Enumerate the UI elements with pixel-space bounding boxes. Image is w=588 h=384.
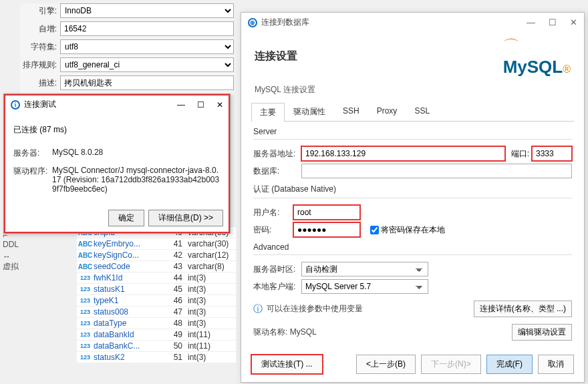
- password-input[interactable]: [293, 222, 360, 237]
- autoincrement-input[interactable]: [60, 21, 234, 36]
- maximize-icon[interactable]: ☐: [197, 100, 204, 110]
- mysql-logo: ⌒ MySQL®: [503, 35, 571, 77]
- server-label: 服务器:: [13, 148, 52, 159]
- table-row[interactable]: 123dataBankC...50int(11): [77, 341, 236, 352]
- table-row[interactable]: 123fwhK1Id44int(3): [77, 272, 236, 284]
- tab-驱动属性[interactable]: 驱动属性: [285, 102, 334, 121]
- table-row[interactable]: 123status00847int(3): [77, 307, 236, 318]
- column-name: dataBankC...: [94, 341, 166, 351]
- minimize-icon[interactable]: —: [177, 100, 185, 110]
- column-ordinal: 49: [166, 330, 188, 339]
- table-row[interactable]: ABCkeyEmbryo...41varchar(30): [77, 238, 236, 250]
- details-button[interactable]: 详细信息(D) >>: [148, 210, 223, 226]
- timezone-label: 服务器时区:: [253, 264, 301, 275]
- advanced-legend: Advanced: [253, 242, 572, 252]
- next-button[interactable]: 下一步(N)>: [421, 355, 481, 374]
- column-ordinal: 51: [166, 353, 188, 362]
- description-input[interactable]: [60, 75, 234, 90]
- column-name: keyEmbryo...: [94, 239, 166, 248]
- database-input[interactable]: [301, 164, 572, 178]
- column-type: varchar(30): [188, 239, 236, 248]
- port-input[interactable]: [532, 146, 572, 161]
- table-row[interactable]: ABCseedCode43varchar(8): [77, 261, 236, 272]
- port-label: 端口:: [505, 148, 532, 160]
- column-name: seedCode: [94, 262, 166, 271]
- table-row[interactable]: ABCkeySignCo...42varchar(12): [77, 250, 236, 261]
- type-icon: 123: [77, 343, 94, 349]
- column-ordinal: 47: [166, 307, 188, 317]
- app-icon: ⊕: [248, 18, 257, 27]
- column-type: int(3): [188, 273, 236, 282]
- driver-label: 驱动程序:: [13, 166, 52, 194]
- autoincrement-label: 自增:: [20, 23, 60, 35]
- client-label: 本地客户端:: [253, 281, 301, 293]
- charset-label: 字符集:: [20, 41, 60, 53]
- info-text: 可以在连接参数中使用变量: [267, 303, 474, 315]
- sidebar-virtual[interactable]: ↔ 虚拟: [1, 250, 20, 274]
- column-type: int(3): [188, 319, 236, 328]
- type-icon: 123: [77, 320, 94, 327]
- page-subtitle: MySQL 连接设置: [241, 84, 584, 95]
- user-label: 用户名:: [253, 207, 293, 218]
- tab-主要[interactable]: 主要: [251, 103, 285, 122]
- connected-status: 已连接 (87 ms): [13, 124, 67, 136]
- finish-button[interactable]: 完成(F): [486, 355, 533, 374]
- test-connection-button[interactable]: 测试连接(T) ...: [251, 355, 323, 374]
- page-title: 连接设置: [255, 49, 297, 63]
- connection-test-dialog: i 连接测试 — ☐ ✕ 已连接 (87 ms) 服务器: MySQL 8.0.…: [3, 93, 231, 234]
- tab-ssl[interactable]: SSL: [406, 102, 438, 121]
- collation-select[interactable]: utf8_general_ci: [60, 57, 234, 72]
- edit-driver-button[interactable]: 编辑驱动设置: [512, 324, 572, 341]
- close-icon[interactable]: ✕: [570, 17, 577, 27]
- tab-ssh[interactable]: SSH: [334, 102, 368, 121]
- cancel-button[interactable]: 取消: [538, 355, 574, 374]
- column-name: statusK2: [94, 353, 166, 362]
- table-row[interactable]: 123dataType48int(3): [77, 318, 236, 329]
- column-type: int(3): [188, 296, 236, 305]
- password-label: 密码:: [253, 224, 293, 236]
- column-type: int(3): [188, 307, 236, 317]
- timezone-select[interactable]: 自动检测: [301, 262, 428, 276]
- tab-proxy[interactable]: Proxy: [368, 102, 406, 121]
- charset-select[interactable]: utf8: [60, 39, 234, 54]
- table-row[interactable]: 123typeK146int(3): [77, 295, 236, 307]
- close-icon[interactable]: ✕: [216, 100, 223, 110]
- save-password-checkbox[interactable]: 将密码保存在本地: [370, 224, 445, 236]
- column-ordinal: 48: [166, 319, 188, 328]
- columns-table: ABCchipId40varchar(30)ABCkeyEmbryo...41v…: [77, 227, 236, 363]
- client-select[interactable]: MySQL Server 5.7: [301, 279, 428, 294]
- column-type: varchar(12): [188, 250, 236, 260]
- user-input[interactable]: [293, 205, 360, 220]
- engine-select[interactable]: InnoDB: [60, 3, 234, 18]
- connection-settings-dialog: ⊕ 连接到数据库 — ☐ ✕ 连接设置 ⌒ MySQL® MySQL 连接设置 …: [241, 12, 585, 383]
- type-icon: 123: [77, 286, 94, 293]
- dialog-title: 连接测试: [24, 99, 177, 110]
- column-type: int(11): [188, 341, 236, 351]
- ok-button[interactable]: 确定: [108, 210, 144, 226]
- tabs: 主要驱动属性SSHProxySSL: [251, 102, 574, 122]
- maximize-icon[interactable]: ☐: [549, 17, 557, 27]
- back-button[interactable]: <上一步(B): [356, 355, 416, 374]
- column-ordinal: 41: [166, 239, 188, 248]
- column-type: int(3): [188, 353, 236, 362]
- info-icon: i: [11, 100, 20, 110]
- connection-details-button[interactable]: 连接详情(名称、类型 ...): [474, 301, 572, 317]
- engine-label: 引擎:: [20, 5, 60, 17]
- type-icon: 123: [77, 274, 94, 281]
- host-input[interactable]: [301, 146, 505, 161]
- type-icon: 123: [77, 354, 94, 361]
- table-row[interactable]: 123dataBankId49int(11): [77, 329, 236, 341]
- column-type: int(3): [188, 284, 236, 294]
- table-row[interactable]: 123statusK251int(3): [77, 352, 236, 363]
- server-value: MySQL 8.0.28: [52, 148, 220, 159]
- description-label: 描述:: [20, 77, 60, 89]
- driver-name-label: 驱动名称: MySQL: [253, 327, 512, 338]
- database-label: 数据库:: [253, 166, 301, 177]
- column-name: dataBankId: [94, 330, 166, 339]
- column-name: keySignCo...: [94, 250, 166, 260]
- minimize-icon[interactable]: —: [527, 17, 535, 27]
- type-icon: 123: [77, 309, 94, 315]
- server-legend: Server: [253, 127, 572, 136]
- table-row[interactable]: 123statusK145int(3): [77, 284, 236, 295]
- column-ordinal: 43: [166, 262, 188, 271]
